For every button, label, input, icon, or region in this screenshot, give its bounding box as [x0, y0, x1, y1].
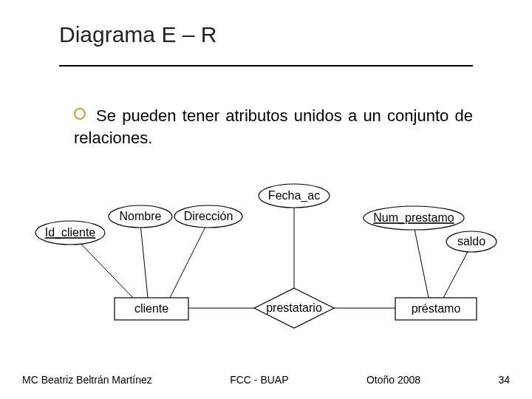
attr-nombre-label: Nombre [120, 210, 162, 222]
bullet-circle-icon [74, 108, 86, 120]
edge-numprestamo-prestamo [414, 225, 429, 298]
relationship-prestatario-label: prestatario [266, 301, 322, 314]
er-diagram-svg: Id_cliente Nombre Dirección Fecha_ac Num… [30, 181, 502, 358]
page-title: Diagrama E – R [59, 22, 216, 47]
edge-nombre-cliente [140, 224, 148, 298]
attr-direccion-label: Dirección [184, 210, 233, 222]
entity-cliente-label: cliente [134, 302, 168, 315]
footer: MC Beatriz Beltrán Martínez FCC - BUAP O… [22, 374, 510, 386]
footer-center: FCC - BUAP [230, 374, 288, 386]
slide: Diagrama E – R Se pueden tener atributos… [0, 0, 532, 399]
er-diagram: Id_cliente Nombre Dirección Fecha_ac Num… [30, 181, 502, 358]
bullet-row: Se pueden tener atributos unidos a un co… [74, 105, 473, 149]
entity-prestamo-label: préstamo [412, 302, 461, 315]
edge-saldo-prestamo [443, 249, 469, 298]
attr-fecha-ac-label: Fecha_ac [268, 189, 320, 202]
attr-num-prestamo-label: Num_prestamo [373, 211, 454, 225]
footer-author: MC Beatriz Beltrán Martínez [22, 374, 152, 386]
bullet-text: Se pueden tener atributos unidos a un co… [74, 106, 473, 147]
footer-page: 34 [498, 374, 510, 386]
attr-saldo-label: saldo [457, 235, 485, 248]
edge-direccion-cliente [170, 224, 207, 298]
footer-term: Otoño 2008 [366, 374, 420, 386]
title-underline [59, 65, 473, 66]
attr-id-cliente-label: Id_cliente [45, 226, 96, 239]
